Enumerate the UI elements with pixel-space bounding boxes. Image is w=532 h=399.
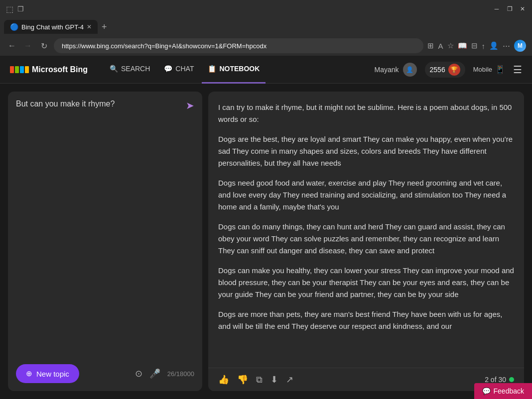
search-icon: 🔍 — [110, 65, 118, 73]
response-para-3: Dogs need good food and water, exercise … — [218, 177, 514, 213]
logo-block-yellow — [25, 66, 29, 73]
feedback-label: Feedback — [494, 387, 524, 395]
address-input[interactable] — [54, 38, 423, 53]
logo-block-green — [15, 66, 19, 73]
response-text: I can try to make it rhyme, but it might… — [218, 101, 514, 332]
share-icon[interactable]: ↗ — [286, 374, 293, 385]
title-bar-left: ⬚ ❐ — [6, 4, 24, 14]
address-bar: ← → ↻ ⊞ A ☆ 📖 ⊟ ↑ 👤 ⋯ M — [0, 36, 532, 56]
microphone-icon[interactable]: 🎤 — [149, 368, 160, 379]
back-button[interactable]: ← — [6, 41, 18, 50]
notebook-tab[interactable]: 📋 NOTEBOOK — [202, 56, 266, 84]
maximize-button[interactable]: ❐ — [506, 5, 513, 12]
page-count-text: 2 of 30 — [485, 376, 506, 384]
collections-icon[interactable]: ⊟ — [471, 41, 478, 50]
action-icons: 👍 👎 ⧉ ⬇ ↗ — [218, 374, 293, 385]
extensions-icon[interactable]: ⊞ — [427, 41, 434, 50]
chat-icon: 💬 — [164, 65, 172, 73]
copilot-icon[interactable]: M — [514, 40, 526, 52]
new-topic-label: New topic — [36, 370, 69, 378]
mobile-button[interactable]: Mobile 📱 — [473, 65, 505, 74]
user-avatar[interactable]: 👤 — [403, 63, 417, 77]
response-para-1: I can try to make it rhyme, but it might… — [218, 101, 514, 125]
bing-nav: Microsoft Bing 🔍 SEARCH 💬 CHAT 📋 NOTEBOO… — [0, 56, 532, 84]
feedback-icon: 💬 — [482, 387, 491, 395]
chat-input-text[interactable]: But can you make it rhyme? — [16, 100, 194, 364]
notebook-tab-label: NOTEBOOK — [219, 65, 260, 73]
points-badge: 2556 🏆 — [425, 62, 465, 78]
notebook-icon: 📋 — [208, 65, 216, 73]
hamburger-menu[interactable]: ☰ — [513, 64, 522, 76]
main-content: But can you make it rhyme? ➤ ⊕ New topic… — [0, 84, 532, 399]
image-input-icon[interactable]: ⊙ — [135, 368, 142, 379]
active-tab[interactable]: 🔵 Bing Chat with GPT-4 ✕ — [4, 20, 98, 34]
response-scroll[interactable]: I can try to make it rhyme, but it might… — [208, 92, 524, 368]
mobile-label: Mobile — [473, 66, 492, 73]
tab-favicon: 🔵 — [10, 23, 18, 31]
new-topic-button[interactable]: ⊕ New topic — [16, 364, 79, 383]
new-window-icon: ❐ — [17, 5, 24, 13]
copy-icon[interactable]: ⧉ — [256, 375, 263, 385]
status-dot — [509, 377, 514, 382]
input-icons: ⊙ 🎤 26/18000 — [135, 368, 194, 379]
bing-logo: Microsoft Bing — [10, 65, 88, 74]
toolbar-icons: ⊞ A ☆ 📖 ⊟ ↑ 👤 ⋯ M — [427, 40, 526, 52]
reading-view-icon[interactable]: 📖 — [458, 41, 467, 50]
export-icon[interactable]: ⬇ — [270, 374, 278, 385]
user-info: Mayank 👤 — [375, 63, 417, 77]
response-panel: I can try to make it rhyme, but it might… — [208, 92, 524, 391]
forward-button[interactable]: → — [22, 41, 34, 50]
logo-block-blue — [20, 66, 24, 73]
chat-tab-label: CHAT — [175, 65, 194, 73]
share-icon[interactable]: ↑ — [482, 42, 486, 50]
minimize-button[interactable]: ─ — [493, 5, 500, 12]
tab-bar: 🔵 Bing Chat with GPT-4 ✕ + — [0, 18, 532, 36]
points-value: 2556 — [430, 66, 445, 74]
char-count: 26/18000 — [167, 370, 194, 378]
thumbs-up-icon[interactable]: 👍 — [218, 374, 229, 385]
window-controls: ─ ❐ ✕ — [493, 5, 526, 12]
browser-icon: ⬚ — [6, 4, 13, 14]
chat-tab[interactable]: 💬 CHAT — [158, 56, 200, 84]
feedback-button[interactable]: 💬 Feedback — [474, 383, 532, 399]
title-bar: ⬚ ❐ ─ ❐ ✕ — [0, 0, 532, 18]
input-bottom: ⊕ New topic ⊙ 🎤 26/18000 — [16, 364, 194, 383]
nav-right: Mayank 👤 2556 🏆 Mobile 📱 ☰ — [375, 62, 522, 78]
search-tab-label: SEARCH — [121, 65, 150, 73]
profile-icon[interactable]: 👤 — [489, 41, 499, 50]
tab-close-button[interactable]: ✕ — [87, 23, 92, 30]
response-para-2: Dogs are the best, they are loyal and sm… — [218, 133, 514, 169]
user-name: Mayank — [375, 66, 399, 74]
refresh-button[interactable]: ↻ — [38, 41, 50, 51]
close-button[interactable]: ✕ — [519, 5, 526, 12]
tab-title: Bing Chat with GPT-4 — [21, 23, 84, 31]
microsoft-logo — [10, 66, 29, 73]
logo-block-red — [10, 66, 14, 73]
more-button[interactable]: ⋯ — [503, 41, 510, 50]
chat-input-panel: But can you make it rhyme? ➤ ⊕ New topic… — [8, 92, 202, 391]
nav-tabs: 🔍 SEARCH 💬 CHAT 📋 NOTEBOOK — [104, 56, 375, 84]
font-icon[interactable]: A — [438, 42, 443, 50]
favorites-icon[interactable]: ☆ — [447, 41, 454, 50]
response-para-6: Dogs are more than pets, they are man's … — [218, 308, 514, 332]
response-para-4: Dogs can do many things, they can hunt a… — [218, 221, 514, 257]
search-tab[interactable]: 🔍 SEARCH — [104, 56, 156, 84]
page-count: 2 of 30 — [485, 376, 514, 384]
browser-chrome: ⬚ ❐ ─ ❐ ✕ 🔵 Bing Chat with GPT-4 ✕ + ← →… — [0, 0, 532, 56]
new-topic-icon: ⊕ — [26, 369, 32, 378]
thumbs-down-icon[interactable]: 👎 — [237, 374, 248, 385]
new-tab-button[interactable]: + — [102, 22, 107, 32]
send-button[interactable]: ➤ — [186, 100, 194, 111]
response-para-5: Dogs can make you healthy, they can lowe… — [218, 265, 514, 300]
trophy-icon: 🏆 — [448, 64, 460, 76]
mobile-icon: 📱 — [495, 65, 505, 74]
bing-wordmark: Microsoft Bing — [32, 65, 88, 74]
